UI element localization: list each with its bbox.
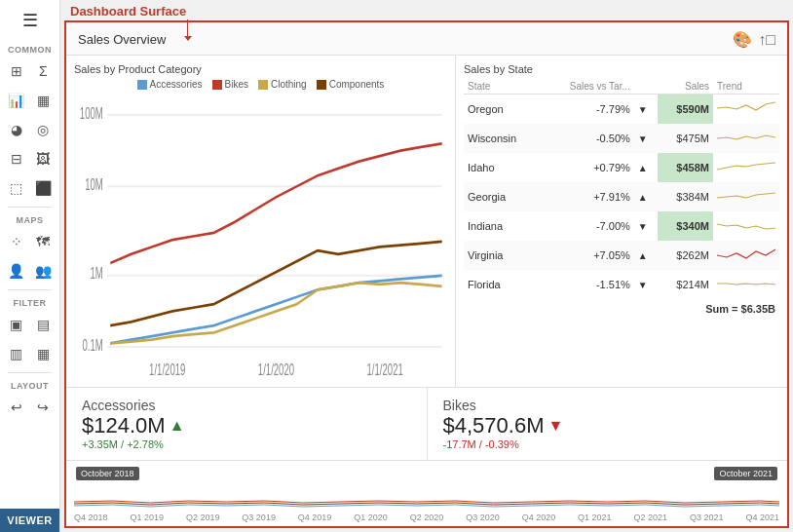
pct-value: -1.51% [541, 270, 634, 299]
sales-value: $458M [658, 153, 713, 182]
col-state: State [464, 79, 541, 95]
section-label-common: COMMON [0, 41, 59, 57]
pct-arrow: ▲ [634, 241, 658, 270]
tl-label: Q3 2020 [466, 513, 500, 522]
tl-label: Q1 2019 [130, 513, 164, 522]
sidebar-icon-sigma[interactable]: Σ [31, 58, 57, 84]
svg-text:1/1/2020: 1/1/2020 [258, 361, 294, 379]
trend-cell [713, 241, 779, 270]
kpi-row: Accessories $124.0M ▲ +3.35M / +2.78% Bi… [66, 387, 787, 460]
table-row: Idaho +0.79% ▲ $458M [464, 153, 779, 182]
state-name: Wisconsin [464, 124, 541, 153]
tl-label: Q2 2020 [410, 513, 444, 522]
col-arrow [634, 79, 658, 95]
trend-cell [713, 124, 779, 153]
sidebar-icon-filter4[interactable]: ▦ [31, 341, 57, 366]
col-sales: Sales [658, 79, 713, 95]
tl-label: Q2 2021 [634, 513, 668, 522]
sidebar-icon-group[interactable]: 👥 [31, 258, 57, 284]
pct-arrow: ▼ [634, 270, 658, 299]
table-row: Virginia +7.05% ▲ $262M [464, 241, 779, 270]
state-name: Florida [464, 270, 541, 299]
table-row: Oregon -7.79% ▼ $590M [464, 95, 779, 125]
sidebar-icon-filter2[interactable]: ▤ [31, 312, 57, 337]
dashboard-label-area: Dashboard Surface [60, 0, 793, 20]
sales-value: $384M [658, 182, 713, 211]
header-icons: 🎨 ↑□ [733, 30, 775, 49]
sales-value: $475M [658, 124, 713, 153]
pct-arrow: ▲ [634, 153, 658, 182]
main-content: Dashboard Surface Sales Overview 🎨 ↑□ Sa… [60, 0, 793, 532]
hamburger-menu[interactable]: ☰ [0, 0, 59, 41]
sidebar-icon-dots[interactable]: ⁘ [4, 229, 29, 254]
pct-value: +7.91% [541, 182, 634, 211]
legend-clothing: Clothing [258, 79, 307, 90]
sidebar-icon-image[interactable]: 🖼 [31, 146, 57, 171]
palette-button[interactable]: 🎨 [733, 30, 752, 49]
sidebar-icon-photo[interactable]: ⬛ [31, 175, 57, 201]
timeline-badge-right: October 2021 [714, 467, 777, 480]
svg-text:1M: 1M [90, 265, 102, 283]
state-table: State Sales vs Tar... Sales Trend Oregon… [464, 79, 779, 299]
svg-text:0.1M: 0.1M [83, 336, 103, 354]
sidebar-icon-filter1[interactable]: ▣ [4, 312, 29, 337]
timeline-badge-left: October 2018 [76, 467, 139, 480]
kpi-bikes-arrow: ▼ [548, 417, 563, 435]
tl-label: Q1 2021 [578, 513, 612, 522]
sidebar-icon-undo[interactable]: ↩ [4, 395, 29, 420]
sales-overview-title: Sales Overview [78, 32, 166, 47]
section-label-filter: FILTER [0, 294, 59, 310]
svg-rect-2 [258, 80, 268, 90]
state-name: Georgia [464, 182, 541, 211]
tl-label: Q1 2020 [354, 513, 388, 522]
export-button[interactable]: ↑□ [758, 30, 775, 49]
sidebar-icon-table[interactable]: ▦ [31, 88, 57, 113]
sidebar: ☰ COMMON ⊞ Σ 📊 ▦ ◕ ◎ ⊟ 🖼 ⬚ ⬛ MAPS ⁘ 🗺 👤 … [0, 0, 60, 532]
viewer-label: VIEWER [0, 509, 59, 532]
sidebar-icon-target[interactable]: ◎ [31, 117, 57, 142]
legend-accessories-label: Accessories [150, 79, 203, 90]
dashboard-surface: Sales Overview 🎨 ↑□ Sales by Product Cat… [64, 20, 789, 528]
chart-legend: Accessories Bikes Clothing Components [74, 79, 447, 90]
tl-label: Q4 2018 [74, 513, 108, 522]
sidebar-icon-redo[interactable]: ↪ [31, 395, 57, 420]
sales-by-category-chart: 100M 10M 1M 0.1M 1/1/2019 1/1/2020 1/1/2… [74, 94, 447, 379]
kpi-accessories-arrow: ▲ [170, 417, 185, 435]
sidebar-icon-crop[interactable]: ⬚ [4, 175, 29, 201]
trend-cell [713, 211, 779, 241]
sales-value: $262M [658, 241, 713, 270]
tl-label: Q3 2019 [242, 513, 276, 522]
tl-label: Q4 2019 [298, 513, 332, 522]
sidebar-icon-layers[interactable]: ⊟ [4, 146, 29, 171]
right-table-title: Sales by State [464, 63, 779, 75]
section-label-layout: LAYOUT [0, 377, 59, 393]
kpi-accessories: Accessories $124.0M ▲ +3.35M / +2.78% [66, 388, 428, 460]
sum-row: Sum = $6.35B [464, 299, 779, 315]
sales-value: $214M [658, 270, 713, 299]
legend-bikes-label: Bikes [225, 79, 248, 90]
trend-cell [713, 95, 779, 125]
left-chart-title: Sales by Product Category [74, 63, 447, 75]
svg-text:1/1/2019: 1/1/2019 [149, 361, 185, 379]
state-name: Indiana [464, 211, 541, 241]
state-name: Virginia [464, 241, 541, 270]
kpi-accessories-name: Accessories [82, 398, 411, 413]
pct-arrow: ▼ [634, 211, 658, 241]
legend-components-label: Components [329, 79, 385, 90]
sidebar-icon-barchart[interactable]: 📊 [4, 88, 29, 113]
kpi-accessories-value: $124.0M ▲ [82, 413, 411, 438]
state-name: Oregon [464, 95, 541, 125]
kpi-bikes-sub: -17.7M / -0.39% [443, 438, 773, 450]
legend-components: Components [317, 79, 385, 90]
sidebar-icon-pie[interactable]: ◕ [4, 117, 29, 142]
sidebar-icon-grid[interactable]: ⊞ [4, 58, 29, 84]
pct-value: -0.50% [541, 124, 634, 153]
timeline-strip: October 2018 October 2021 Q4 2018 Q1 201… [66, 460, 787, 526]
svg-rect-1 [212, 80, 222, 90]
sales-value: $590M [658, 95, 713, 125]
table-row: Georgia +7.91% ▲ $384M [464, 182, 779, 211]
sidebar-icon-filter3[interactable]: ▥ [4, 341, 29, 366]
sidebar-icon-map[interactable]: 🗺 [31, 229, 57, 254]
sidebar-icon-person[interactable]: 👤 [4, 258, 29, 284]
right-table-panel: Sales by State State Sales vs Tar... Sal… [456, 56, 787, 387]
